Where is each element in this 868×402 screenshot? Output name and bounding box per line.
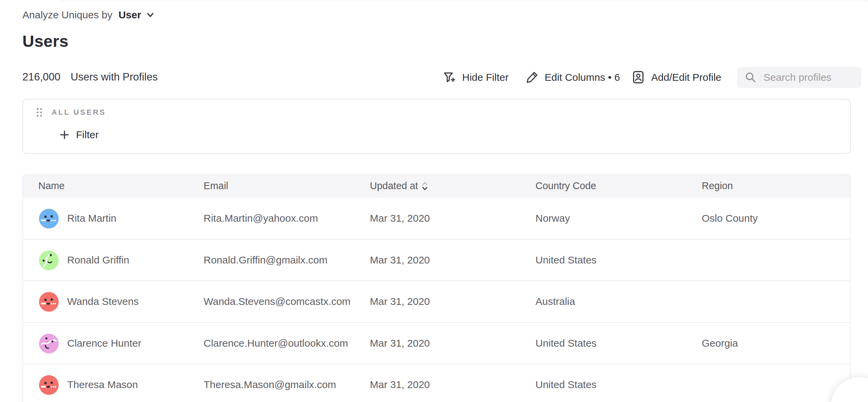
row-email: Clarence.Hunter@outlookx.com [204,323,348,364]
add-filter-label: Filter [76,129,99,141]
row-email: Rita.Martin@yahoox.com [204,198,318,239]
filter-group-label: ALL USERS [52,108,106,117]
contact-card-icon [631,70,646,85]
analyze-uniques-row: Analyze Uniques by User [22,7,155,22]
row-country-code: United States [535,364,597,402]
row-updated-at: Mar 31, 2020 [370,364,430,402]
column-header-email[interactable]: Email [204,174,228,198]
row-name: Rita Martin [67,198,116,239]
toolbar: Hide Filter Edit Columns • 6 Add/Edit Pr… [0,66,868,89]
avatar-face-icon [39,375,59,395]
table-row[interactable]: Theresa Mason Theresa.Mason@gmailx.com M… [23,364,850,402]
avatar-face-icon [39,334,59,353]
users-table: Name Email Updated at Country Code Regio… [22,174,851,402]
analyze-by-label: Analyze Uniques by [22,9,112,21]
sort-chevrons-icon [421,181,428,191]
table-row[interactable]: Clarence Hunter Clarence.Hunter@outlookx… [23,323,850,365]
row-region: Oslo County [702,198,758,239]
table-header: Name Email Updated at Country Code Regio… [23,174,850,198]
hide-filter-label: Hide Filter [462,72,509,83]
row-name: Theresa Mason [67,364,138,402]
row-region: Georgia [702,323,738,364]
column-header-country-code[interactable]: Country Code [535,174,596,198]
row-email: Wanda.Stevens@comcastx.com [204,281,351,322]
row-updated-at: Mar 31, 2020 [370,281,430,322]
row-email: Theresa.Mason@gmailx.com [204,364,336,402]
search-input[interactable] [763,71,854,84]
row-country-code: Norway [535,198,570,239]
table-row[interactable]: Rita Martin Rita.Martin@yahoox.com Mar 3… [23,198,850,240]
avatar-face-icon [39,209,59,229]
row-updated-at: Mar 31, 2020 [370,323,430,364]
avatar-face-icon [39,251,59,270]
hide-filter-button[interactable]: Hide Filter [442,66,509,89]
column-header-updated-at[interactable]: Updated at [370,174,428,198]
row-name: Ronald Griffin [67,240,129,280]
chevron-down-icon [146,11,155,19]
drag-handle-icon[interactable] [35,107,43,118]
analyze-by-value: User [118,9,141,21]
avatar-face-icon [39,292,59,312]
column-header-region[interactable]: Region [702,174,733,198]
add-edit-profile-button[interactable]: Add/Edit Profile [631,66,721,89]
edit-columns-button[interactable]: Edit Columns • 6 [525,66,620,89]
funnel-plus-icon [442,70,457,85]
row-country-code: United States [535,240,597,280]
page-title: Users [22,32,69,51]
table-body: Rita Martin Rita.Martin@yahoox.com Mar 3… [23,198,850,402]
filter-panel: ALL USERS Filter [22,99,851,154]
column-header-name[interactable]: Name [38,174,64,198]
pencil-icon [525,70,539,85]
row-name: Wanda Stevens [67,281,139,322]
plus-icon [59,129,70,140]
row-updated-at: Mar 31, 2020 [370,198,430,239]
row-country-code: United States [535,323,597,364]
add-filter-button[interactable]: Filter [59,127,99,142]
add-edit-profile-label: Add/Edit Profile [651,72,721,83]
edit-columns-label: Edit Columns • 6 [545,72,620,83]
table-row[interactable]: Ronald Griffin Ronald.Griffin@gmailx.com… [23,240,850,281]
analyze-by-dropdown[interactable]: User [118,9,155,21]
top-divider [60,1,868,1]
search-icon [744,71,757,84]
row-updated-at: Mar 31, 2020 [370,240,430,280]
search-box[interactable] [737,67,861,88]
table-row[interactable]: Wanda Stevens Wanda.Stevens@comcastx.com… [23,281,850,323]
row-country-code: Australia [535,281,575,322]
row-email: Ronald.Griffin@gmailx.com [204,240,327,280]
row-name: Clarence Hunter [67,323,141,364]
